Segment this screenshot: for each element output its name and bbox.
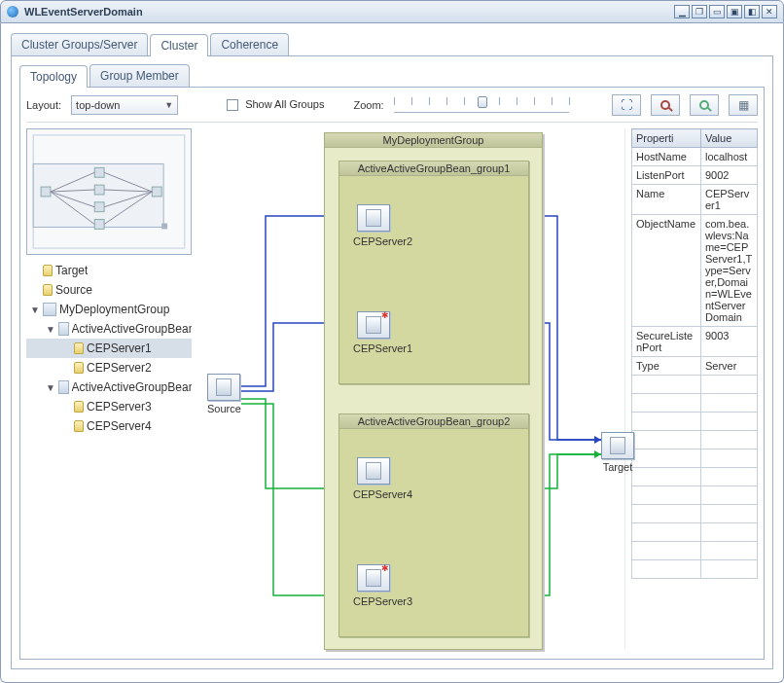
table-row[interactable]: ObjectNamecom.bea.wlevs:Name=CEPServer1,…: [632, 215, 758, 327]
show-all-groups-label: Show All Groups: [245, 98, 324, 110]
node-source-icon: [207, 374, 240, 401]
tab-cluster-groups-server[interactable]: Cluster Groups/Server: [11, 33, 148, 55]
tab-coherence[interactable]: Coherence: [210, 33, 289, 55]
zoom-slider[interactable]: [394, 97, 569, 113]
tree-item-target[interactable]: Target: [26, 261, 192, 280]
table-row[interactable]: HostNamelocalhost: [632, 148, 758, 166]
tree-item-label: CEPServer1: [87, 342, 152, 355]
zoom-thumb[interactable]: [478, 96, 487, 108]
node-cepserver4[interactable]: [357, 457, 390, 485]
tree-item-mydeploymentgroup[interactable]: ▼MyDeploymentGroup: [26, 300, 192, 319]
zoom-out-button[interactable]: [651, 94, 680, 116]
dock-button[interactable]: ◧: [744, 5, 760, 18]
maximize-button[interactable]: ▣: [727, 5, 742, 18]
group-activeactive-1[interactable]: ActiveActiveGroupBean_group1 CEPServer2 …: [339, 161, 529, 384]
node-cepserver4-label: CEPServer4: [353, 488, 412, 500]
tree-item-cepserver1[interactable]: CEPServer1: [26, 339, 192, 358]
node-cepserver2-label: CEPServer2: [353, 235, 412, 247]
group-activeactive-2-title: ActiveActiveGroupBean_group2: [339, 414, 528, 429]
globe-icon: [7, 6, 18, 18]
properties-table: Properti Value HostNamelocalhostListenPo…: [631, 128, 758, 579]
node-cepserver1[interactable]: [357, 311, 390, 339]
property-value: localhost: [700, 148, 757, 166]
inner-tab-content: Layout: top-down ▼ Show All Groups Zoom:: [19, 87, 765, 660]
tree-item-label: ActiveActiveGroupBean_group2: [72, 380, 192, 394]
table-row: [632, 431, 758, 449]
minimize-button[interactable]: ▁: [674, 5, 690, 18]
node-target-label: Target: [601, 461, 634, 473]
svg-rect-7: [94, 220, 104, 230]
group-icon: [43, 303, 56, 316]
grid-toggle-button[interactable]: ▦: [729, 94, 758, 116]
table-row: [632, 505, 758, 523]
tab-topology[interactable]: Topology: [19, 65, 88, 88]
property-value: 9002: [700, 166, 757, 185]
tree-expander-icon[interactable]: ▼: [30, 305, 40, 315]
show-all-groups-checkbox[interactable]: [227, 99, 238, 111]
tree-expander-icon[interactable]: ▼: [46, 382, 55, 393]
database-icon: [43, 265, 53, 276]
fit-content-button[interactable]: ⛶: [612, 94, 641, 116]
layout-combo[interactable]: top-down ▼: [71, 95, 178, 115]
layout-label: Layout:: [26, 99, 61, 111]
tree-item-source[interactable]: Source: [26, 280, 192, 300]
table-row: [632, 376, 758, 394]
table-row: [632, 560, 758, 579]
database-icon: [74, 362, 84, 374]
svg-rect-6: [94, 202, 104, 212]
zoom-label: Zoom:: [353, 99, 383, 111]
restore-button[interactable]: ❐: [692, 5, 707, 18]
table-row[interactable]: NameCEPServer1: [632, 185, 758, 215]
group-mydeploymentgroup[interactable]: MyDeploymentGroup ActiveActiveGroupBean_…: [324, 132, 543, 650]
group-mydeployment-title: MyDeploymentGroup: [325, 133, 542, 148]
inner-tabs: Topology Group Member: [19, 64, 765, 87]
zoom-in-icon: [699, 100, 709, 110]
tree-item-activeactivegroupbean_group1[interactable]: ▼ActiveActiveGroupBean_group1: [26, 319, 192, 339]
table-row[interactable]: SecureListenPort9003: [632, 327, 758, 357]
close-button[interactable]: ✕: [762, 5, 777, 18]
database-icon: [43, 284, 53, 296]
layout-combo-value: top-down: [76, 99, 120, 111]
node-cepserver2[interactable]: [357, 204, 390, 232]
show-all-groups-control[interactable]: Show All Groups: [227, 98, 324, 111]
properties-header-key[interactable]: Properti: [632, 129, 701, 148]
property-value: 9003: [700, 327, 757, 357]
node-source-label: Source: [207, 403, 241, 414]
tree-item-label: Source: [55, 283, 92, 297]
tree-item-cepserver3[interactable]: CEPServer3: [26, 397, 192, 416]
tree-item-activeactivegroupbean_group2[interactable]: ▼ActiveActiveGroupBean_group2: [26, 377, 192, 397]
fit-content-icon: ⛶: [621, 98, 632, 112]
group-activeactive-1-title: ActiveActiveGroupBean_group1: [339, 162, 528, 176]
grid-icon: ▦: [738, 98, 749, 112]
outer-tabs: Cluster Groups/Server Cluster Coherence: [11, 33, 773, 55]
node-target[interactable]: Target: [601, 432, 634, 473]
node-target-icon: [601, 432, 634, 459]
group-icon: [58, 380, 69, 394]
minimap[interactable]: [26, 128, 192, 255]
node-cepserver3[interactable]: [357, 564, 390, 592]
zoom-in-button[interactable]: [690, 94, 719, 116]
tree-item-label: Target: [55, 264, 88, 277]
tab-group-member[interactable]: Group Member: [89, 64, 190, 87]
table-row[interactable]: ListenPort9002: [632, 166, 758, 185]
restore2-button[interactable]: ▭: [709, 5, 725, 18]
properties-header-value[interactable]: Value: [700, 129, 757, 148]
table-row: [632, 523, 758, 542]
tab-cluster[interactable]: Cluster: [150, 34, 208, 56]
table-row: [632, 449, 758, 468]
table-row[interactable]: TypeServer: [632, 357, 758, 376]
diagram-canvas[interactable]: MyDeploymentGroup ActiveActiveGroupBean_…: [197, 128, 625, 649]
node-source[interactable]: Source: [207, 374, 241, 414]
svg-rect-4: [94, 167, 104, 177]
group-activeactive-2[interactable]: ActiveActiveGroupBean_group2 CEPServer4 …: [339, 413, 529, 637]
svg-rect-8: [152, 187, 161, 197]
tree-item-label: CEPServer4: [87, 419, 152, 433]
window-titlebar: WLEventServerDomain ▁ ❐ ▭ ▣ ◧ ✕: [0, 0, 784, 23]
topology-toolbar: Layout: top-down ▼ Show All Groups Zoom:: [26, 93, 758, 123]
tree-item-cepserver4[interactable]: CEPServer4: [26, 416, 192, 436]
tree-expander-icon[interactable]: ▼: [46, 324, 55, 335]
property-key: SecureListenPort: [632, 327, 701, 357]
property-key: Name: [632, 185, 701, 215]
group-icon: [58, 322, 69, 336]
tree-item-cepserver2[interactable]: CEPServer2: [26, 358, 192, 377]
